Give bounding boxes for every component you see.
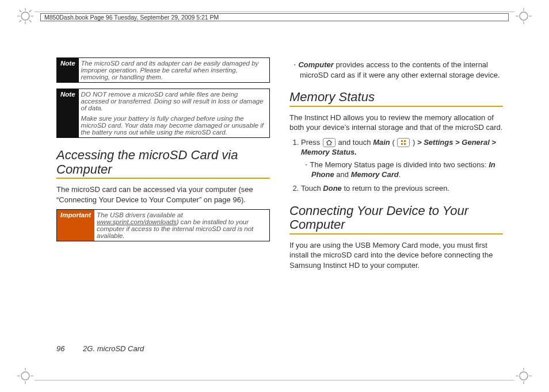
svg-rect-24 [401,140,403,142]
gear-icon [516,8,532,24]
gear-icon [17,8,33,24]
bullet-computer: Computer provides access to the contents… [294,60,503,80]
step-1-sub: The Memory Status page is divided into t… [306,160,503,180]
note-box-2: Note DO NOT remove a microSD card while … [56,89,270,138]
home-icon [323,138,336,147]
svg-line-7 [20,20,22,22]
paragraph-memory: The Instinct HD allows you to review the… [289,113,503,133]
heading-memory-status: Memory Status [289,90,503,105]
section-title: 2G. microSD Card [83,344,144,353]
heading-rule [56,178,270,179]
usb-drivers-link: www.sprint.com/downloads [97,218,177,225]
right-column: Computer provides access to the contents… [289,57,503,346]
note-paragraph: The microSD card and its adapter can be … [81,60,266,80]
heading-rule [289,106,503,107]
svg-line-5 [20,10,22,13]
step-2: Touch Done to return to the previous scr… [301,183,503,194]
book-header-text: M850Dash.book Page 96 Tuesday, September… [44,14,219,21]
page-footer: 96 2G. microSD Card [56,344,144,353]
paragraph-connecting: If you are using the USB Memory Card mod… [289,240,503,271]
heading-rule [289,233,503,235]
heading-connecting: Connecting Your Device to Your Computer [289,204,503,232]
left-column: Note The microSD card and its adapter ca… [56,57,270,346]
note-paragraph: Make sure your battery is fully charged … [81,115,266,136]
note-label: Note [57,89,79,137]
note-paragraph: DO NOT remove a microSD card while files… [81,91,266,112]
important-paragraph: The USB drivers (available at www.sprint… [97,212,266,239]
note-text: DO NOT remove a microSD card while files… [79,89,269,137]
svg-line-8 [29,10,32,13]
svg-point-14 [21,372,29,380]
important-box: Important The USB drivers (available at … [56,209,270,241]
svg-point-0 [21,12,29,20]
book-header: M850Dash.book Page 96 Tuesday, September… [40,13,509,21]
step-1: Press and touch Main ( ) > Settings > Ge… [301,137,503,180]
gear-icon [516,368,532,384]
gear-icon [17,368,33,384]
note-text: The microSD card and its adapter can be … [79,58,269,82]
page-body: Note The microSD card and its adapter ca… [56,57,503,346]
svg-rect-27 [404,143,406,145]
page-number: 96 [56,344,64,353]
grid-icon [397,138,410,147]
svg-rect-25 [404,140,406,142]
note-label: Note [57,58,79,82]
svg-rect-26 [401,143,403,145]
paragraph-accessing: The microSD card can be accessed via you… [56,185,270,205]
svg-line-6 [29,20,32,22]
steps-list: Press and touch Main ( ) > Settings > Ge… [289,137,503,194]
svg-point-19 [520,372,528,380]
heading-accessing: Accessing the microSD Card via Computer [56,148,270,176]
important-label: Important [57,210,94,241]
note-box-1: Note The microSD card and its adapter ca… [56,57,270,83]
important-text: The USB drivers (available at www.sprint… [94,210,269,241]
svg-point-9 [520,12,528,20]
